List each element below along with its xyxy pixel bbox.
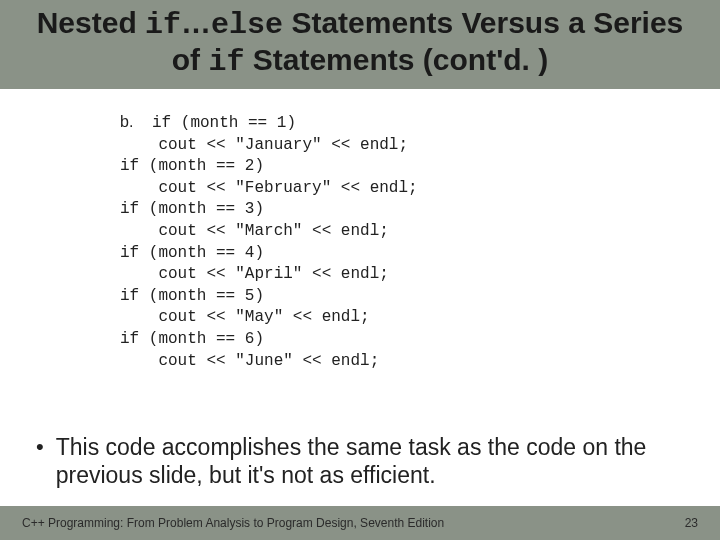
footer-source: C++ Programming: From Problem Analysis t…	[22, 516, 444, 530]
code-block: b.if (month == 1) cout << "January" << e…	[120, 111, 690, 372]
slide: Nested if…else Statements Versus a Serie…	[0, 0, 720, 540]
title-text-pre: Nested	[37, 6, 145, 39]
code-line: if (month == 3)	[120, 200, 264, 218]
code-line: cout << "June" << endl;	[120, 352, 379, 370]
code-line: if (month == 4)	[120, 244, 264, 262]
title-code-else: else	[211, 8, 283, 42]
code-line: cout << "April" << endl;	[120, 265, 389, 283]
bullet-text: This code accomplishes the same task as …	[56, 433, 680, 491]
title-text-post: Statements (cont'd. )	[244, 43, 548, 76]
code-line: if (month == 1)	[152, 114, 296, 132]
bullet-icon: •	[36, 433, 44, 462]
content-area: b.if (month == 1) cout << "January" << e…	[0, 89, 720, 540]
title-text-ellipsis: …	[181, 6, 211, 39]
bullet-item: • This code accomplishes the same task a…	[30, 433, 680, 491]
title-code-if2: if	[208, 45, 244, 79]
title-code-if: if	[145, 8, 181, 42]
code-line: cout << "March" << endl;	[120, 222, 389, 240]
code-label: b.	[120, 111, 152, 133]
code-line: cout << "January" << endl;	[120, 136, 408, 154]
code-line: if (month == 2)	[120, 157, 264, 175]
slide-title: Nested if…else Statements Versus a Serie…	[24, 6, 696, 79]
page-number: 23	[685, 516, 698, 530]
code-line: if (month == 5)	[120, 287, 264, 305]
title-bar: Nested if…else Statements Versus a Serie…	[0, 0, 720, 89]
bullet-area: • This code accomplishes the same task a…	[0, 433, 720, 491]
code-line: cout << "May" << endl;	[120, 308, 370, 326]
code-line: if (month == 6)	[120, 330, 264, 348]
code-line: cout << "February" << endl;	[120, 179, 418, 197]
footer-bar: C++ Programming: From Problem Analysis t…	[0, 506, 720, 540]
